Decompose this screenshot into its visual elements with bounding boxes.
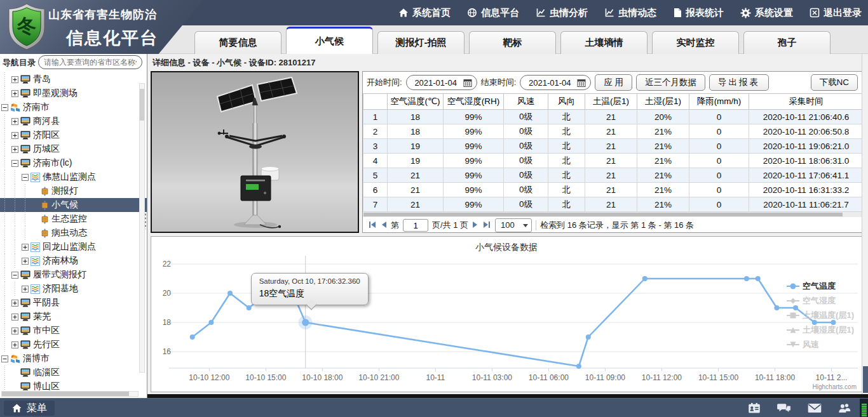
table-row-7[interactable]: 72199%0级北2121%02020-10-11 11:06:21.7 bbox=[363, 197, 863, 212]
table-row-4[interactable]: 41999%0级北2121%02020-10-11 18:06:31.0 bbox=[363, 154, 863, 168]
tree-item-17[interactable]: 莱芜 bbox=[0, 310, 147, 324]
panel-splitter-handle[interactable] bbox=[144, 213, 147, 229]
legend-item-1[interactable]: 空气湿度 bbox=[787, 293, 854, 308]
table-row-3[interactable]: 31999%0级北2121%02020-10-11 19:06:21.0 bbox=[363, 139, 863, 154]
end-date-input[interactable] bbox=[524, 76, 575, 89]
collapse-minus-icon[interactable] bbox=[11, 160, 18, 167]
tree-expander[interactable] bbox=[10, 156, 20, 170]
apply-button[interactable]: 应 用 bbox=[595, 74, 632, 91]
expand-plus-icon[interactable] bbox=[11, 118, 18, 125]
topnav-item-3[interactable]: 虫情动态 bbox=[604, 7, 656, 19]
export-report-button[interactable]: 导出报表 bbox=[709, 74, 769, 91]
tree-expander[interactable] bbox=[10, 86, 20, 100]
tab-1[interactable]: 小气候 bbox=[286, 27, 373, 54]
tree-expander[interactable] bbox=[10, 268, 20, 282]
tree-expander[interactable] bbox=[20, 282, 31, 296]
tree-item-3[interactable]: 商河县 bbox=[0, 114, 147, 128]
legend-item-3[interactable]: 土壤湿度(层1) bbox=[787, 322, 854, 337]
tree-expander[interactable] bbox=[10, 142, 20, 156]
expand-plus-icon[interactable] bbox=[11, 132, 18, 139]
start-date-input[interactable] bbox=[410, 76, 461, 89]
expand-plus-icon[interactable] bbox=[11, 90, 18, 97]
collapse-minus-icon[interactable] bbox=[1, 104, 8, 111]
tree-item-15[interactable]: 济阳基地 bbox=[0, 282, 147, 296]
tree-item-9[interactable]: 小气候 bbox=[0, 198, 147, 212]
tree-item-11[interactable]: 病虫动态 bbox=[0, 226, 147, 240]
topnav-item-0[interactable]: 系统首页 bbox=[398, 7, 451, 19]
tree-expander[interactable] bbox=[10, 72, 20, 86]
tree-item-21[interactable]: 临淄区 bbox=[0, 366, 147, 380]
prev-page-button[interactable] bbox=[381, 221, 387, 230]
tree-item-14[interactable]: 履带式测报灯 bbox=[0, 268, 147, 282]
tree-expander[interactable] bbox=[20, 240, 31, 254]
tree-expander[interactable] bbox=[10, 128, 20, 142]
people-button[interactable] bbox=[837, 402, 851, 414]
tree-expander[interactable] bbox=[10, 310, 20, 324]
scrollbar-thumb[interactable] bbox=[863, 366, 868, 393]
expand-plus-icon[interactable] bbox=[22, 244, 29, 251]
table-horizontal-scrollbar[interactable] bbox=[363, 212, 862, 217]
scrollbar-thumb[interactable] bbox=[140, 89, 144, 121]
tree-item-0[interactable]: 青岛 bbox=[0, 72, 147, 86]
tree-item-4[interactable]: 济阳区 bbox=[0, 128, 147, 142]
table-row-5[interactable]: 52199%0级北2121%02020-10-11 17:06:41.1 bbox=[363, 168, 863, 183]
collapse-minus-icon[interactable] bbox=[1, 355, 8, 362]
tree-item-6[interactable]: 济南市(lc) bbox=[0, 156, 147, 170]
tree-item-22[interactable]: 博山区 bbox=[0, 380, 147, 390]
page-size-select[interactable]: 100 bbox=[495, 218, 532, 232]
topnav-item-1[interactable]: 信息平台 bbox=[467, 7, 519, 19]
tab-3[interactable]: 靶标 bbox=[469, 31, 556, 54]
tree-item-7[interactable]: 佛慧山监测点 bbox=[0, 170, 147, 184]
next-page-button[interactable] bbox=[472, 221, 478, 230]
legend-item-4[interactable]: 风速 bbox=[787, 337, 854, 352]
expand-plus-icon[interactable] bbox=[11, 341, 18, 348]
tree-expander[interactable] bbox=[10, 324, 20, 338]
tab-2[interactable]: 测报灯-拍照 bbox=[377, 31, 465, 54]
tree-item-2[interactable]: 济南市 bbox=[0, 100, 147, 114]
collapse-minus-icon[interactable] bbox=[22, 174, 29, 181]
legend-item-2[interactable]: 土壤温度(层1) bbox=[787, 308, 854, 322]
tree-item-13[interactable]: 济南林场 bbox=[0, 254, 147, 268]
expand-plus-icon[interactable] bbox=[11, 76, 18, 83]
tree-item-5[interactable]: 历城区 bbox=[0, 142, 147, 156]
tab-0[interactable]: 简要信息 bbox=[194, 31, 281, 54]
tab-5[interactable]: 实时监控 bbox=[652, 31, 739, 54]
page-number-input[interactable] bbox=[403, 219, 428, 232]
tree-item-16[interactable]: 平阴县 bbox=[0, 296, 147, 310]
recent-three-months-button[interactable]: 近三个月数据 bbox=[636, 74, 705, 91]
tree-item-18[interactable]: 市中区 bbox=[0, 324, 147, 338]
tree-expander[interactable] bbox=[0, 352, 10, 366]
tab-6[interactable]: 孢子 bbox=[743, 31, 831, 54]
tree-expander[interactable] bbox=[20, 170, 31, 184]
topnav-item-5[interactable]: 系统设置 bbox=[740, 7, 793, 19]
topnav-item-4[interactable]: 报表统计 bbox=[673, 7, 724, 19]
mail-button[interactable] bbox=[807, 402, 822, 414]
tree-expander[interactable] bbox=[20, 254, 31, 268]
tree-item-19[interactable]: 先行区 bbox=[0, 338, 147, 352]
idcard-button[interactable] bbox=[747, 402, 761, 414]
start-date-picker[interactable] bbox=[406, 75, 477, 90]
tree-expander[interactable] bbox=[10, 338, 20, 352]
expand-plus-icon[interactable] bbox=[22, 258, 29, 265]
scrollbar-thumb[interactable] bbox=[363, 213, 843, 216]
expand-plus-icon[interactable] bbox=[11, 146, 18, 153]
tab-4[interactable]: 土壤墒情 bbox=[560, 31, 648, 54]
expand-plus-icon[interactable] bbox=[11, 328, 18, 334]
topnav-item-2[interactable]: 虫情分析 bbox=[536, 7, 588, 19]
tree-item-1[interactable]: 即墨观测场 bbox=[0, 86, 147, 100]
region-search-input[interactable] bbox=[38, 55, 142, 69]
topnav-item-6[interactable]: 退出登录 bbox=[810, 7, 862, 19]
tree-item-20[interactable]: 淄博市 bbox=[0, 352, 147, 366]
main-vertical-scrollbar[interactable] bbox=[862, 54, 868, 394]
tree-item-12[interactable]: 回龙山监测点 bbox=[0, 240, 147, 254]
last-page-button[interactable] bbox=[482, 221, 491, 230]
scrollbar-thumb[interactable] bbox=[2, 392, 129, 396]
table-row-1[interactable]: 11899%0级北2120%02020-10-11 21:06:40.6 bbox=[363, 110, 863, 124]
expand-plus-icon[interactable] bbox=[22, 286, 29, 293]
collapse-minus-icon[interactable] bbox=[11, 272, 18, 279]
line-chart[interactable]: 1618202210-10 12:0010-10 15:0010-10 18:0… bbox=[151, 237, 862, 392]
chat-button[interactable] bbox=[776, 402, 792, 414]
table-row-2[interactable]: 21899%0级北2121%02020-10-11 20:06:50.8 bbox=[363, 124, 863, 139]
tree-item-8[interactable]: 测报灯 bbox=[0, 184, 147, 198]
expand-plus-icon[interactable] bbox=[11, 314, 18, 321]
